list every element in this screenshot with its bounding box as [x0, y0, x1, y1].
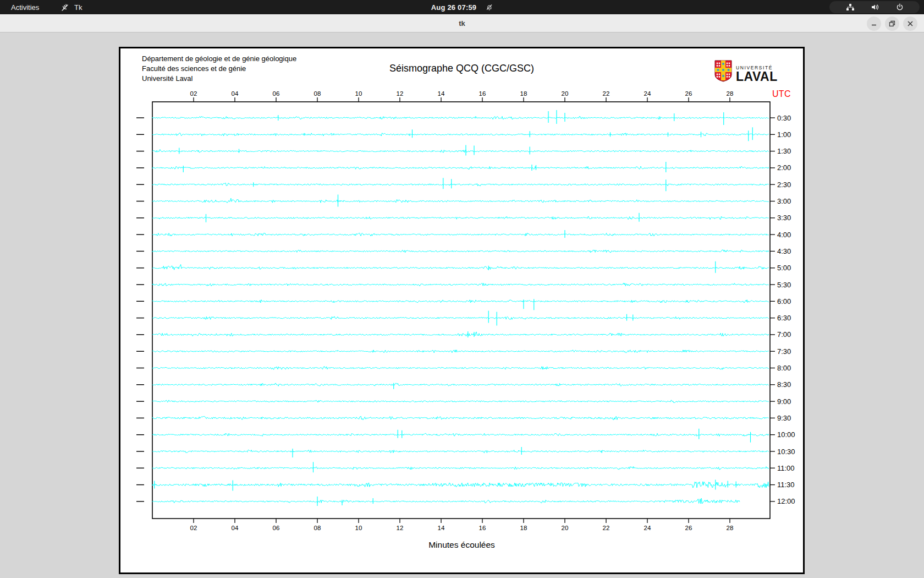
row-time-label: 3:00: [777, 197, 791, 205]
x-tick-label-bottom: 08: [314, 525, 321, 531]
row-time-label: 4:00: [777, 231, 791, 239]
x-tick-label-bottom: 26: [685, 525, 692, 531]
x-axis-label: Minutes écoulées: [119, 540, 805, 550]
x-tick-label-bottom: 04: [232, 525, 239, 531]
power-icon: [896, 3, 904, 11]
trace-row: [152, 400, 769, 403]
x-tick-label-top: 28: [727, 90, 734, 97]
app-indicator-tk[interactable]: Tk: [57, 0, 85, 14]
x-tick-label-bottom: 24: [644, 525, 651, 531]
network-icon: [846, 3, 855, 11]
trace-row: [152, 498, 740, 504]
x-tick-label-bottom: 06: [273, 525, 280, 531]
row-time-label: 11:30: [777, 481, 795, 489]
trace-row: [152, 283, 769, 286]
x-tick-label-bottom: 12: [397, 525, 404, 531]
seismogram-plot: 0202040406060808101012121414161618182020…: [119, 47, 805, 574]
x-tick-label-top: 06: [273, 90, 280, 97]
x-tick-label-top: 04: [232, 90, 239, 97]
row-time-label: 7:00: [777, 330, 791, 339]
row-time-label: 3:30: [777, 214, 791, 222]
seismic-traces: 0:301:001:302:002:303:003:304:004:305:00…: [136, 110, 795, 506]
plot-frame: [152, 102, 770, 519]
system-tray-button[interactable]: [829, 1, 920, 13]
trace-row: [152, 233, 769, 236]
x-tick-label-bottom: 16: [479, 525, 486, 531]
row-time-label: 10:00: [777, 430, 795, 439]
x-tick-label-top: 08: [314, 90, 321, 97]
x-tick-label-bottom: 10: [355, 525, 362, 531]
trace-row: [152, 216, 769, 219]
x-tick-label-top: 02: [190, 90, 197, 97]
row-time-label: 10:30: [777, 448, 795, 456]
window-titlebar[interactable]: tk: [0, 14, 924, 32]
trace-row: [152, 250, 769, 253]
volume-icon: [871, 3, 879, 11]
x-axis-ticks: 0202040406060808101012121414161618182020…: [190, 90, 734, 531]
activities-button[interactable]: Activities: [8, 0, 42, 14]
x-tick-label-top: 10: [355, 90, 362, 97]
x-tick-label-top: 12: [397, 90, 404, 97]
app-indicator-label: Tk: [74, 3, 82, 12]
trace-row: [152, 482, 769, 488]
row-time-label: 12:00: [777, 497, 795, 505]
trace-row: [152, 350, 769, 353]
trace-row: [152, 367, 769, 369]
x-tick-label-bottom: 28: [727, 525, 734, 531]
row-time-label: 2:30: [777, 181, 791, 189]
x-tick-label-top: 22: [603, 90, 610, 97]
x-tick-label-bottom: 20: [562, 525, 569, 531]
trace-row: [152, 450, 769, 452]
row-time-label: 2:00: [777, 163, 791, 172]
row-time-label: 8:30: [777, 380, 791, 389]
x-tick-label-bottom: 02: [190, 525, 197, 531]
row-time-label: 0:30: [777, 114, 791, 122]
close-button[interactable]: [903, 17, 917, 31]
row-time-label: 4:30: [777, 247, 791, 255]
row-time-label: 6:00: [777, 297, 791, 306]
x-tick-label-bottom: 14: [438, 525, 445, 531]
clock-button[interactable]: Aug 26 07:59: [431, 0, 493, 14]
trace-row: [152, 433, 769, 436]
trace-row: [152, 300, 769, 303]
activities-label: Activities: [11, 3, 39, 12]
trace-row: [152, 467, 769, 470]
trace-row: [152, 332, 769, 336]
trace-row: [152, 264, 769, 270]
tk-feather-icon: [61, 3, 70, 12]
row-time-label: 9:00: [777, 397, 791, 406]
trace-row: [152, 166, 769, 169]
window-controls: [867, 16, 917, 31]
row-time-label: 1:00: [777, 130, 791, 139]
x-tick-label-top: 24: [644, 90, 651, 97]
x-tick-label-bottom: 18: [520, 525, 527, 531]
maximize-button[interactable]: [885, 17, 899, 31]
row-time-label: 5:00: [777, 264, 791, 272]
trace-row: [152, 150, 769, 152]
x-tick-label-top: 26: [685, 90, 692, 97]
row-time-label: 6:30: [777, 314, 791, 322]
trace-row: [152, 317, 769, 319]
row-time-label: 9:30: [777, 414, 791, 422]
trace-row: [152, 133, 769, 136]
row-time-label: 8:00: [777, 364, 791, 372]
x-tick-label-top: 20: [562, 90, 569, 97]
row-time-label: 1:30: [777, 147, 791, 155]
trace-row: [152, 116, 769, 119]
trace-row: [152, 383, 769, 386]
clock-text: Aug 26 07:59: [431, 3, 477, 12]
gnome-top-bar: Activities Tk Aug 26 07:59: [0, 0, 924, 14]
minimize-button[interactable]: [867, 17, 881, 31]
row-time-label: 7:30: [777, 347, 791, 356]
x-tick-label-top: 16: [479, 90, 486, 97]
seismograph-canvas: Département de géologie et de génie géol…: [119, 47, 805, 574]
row-time-label: 11:00: [777, 464, 795, 472]
bell-muted-icon: [485, 3, 493, 11]
window-title: tk: [0, 14, 924, 32]
trace-row: [152, 183, 769, 186]
x-tick-label-bottom: 22: [603, 525, 610, 531]
x-tick-label-top: 14: [438, 90, 445, 97]
trace-row: [152, 198, 769, 203]
row-time-label: 5:30: [777, 281, 791, 289]
trace-row: [152, 416, 769, 420]
